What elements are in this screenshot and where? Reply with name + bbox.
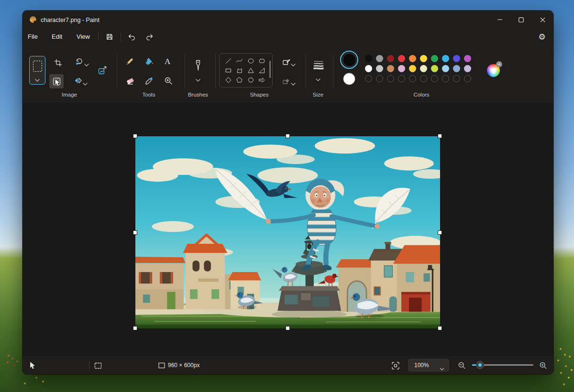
canvas-size-icon bbox=[158, 362, 166, 369]
selection-handle-middle-right[interactable] bbox=[438, 231, 442, 234]
shape-right-arrow[interactable] bbox=[257, 76, 266, 85]
select-tool-button[interactable] bbox=[29, 56, 45, 85]
chevron-down-icon[interactable] bbox=[316, 75, 320, 78]
add-color-plus-icon[interactable]: + bbox=[496, 61, 502, 67]
shape-rounded-rectangle[interactable] bbox=[257, 56, 266, 65]
palette-swatch[interactable] bbox=[398, 55, 405, 62]
shapes-scrollbar[interactable] bbox=[269, 61, 271, 78]
eraser-tool-button[interactable] bbox=[125, 76, 134, 85]
selection-handle-top-left[interactable] bbox=[133, 134, 137, 138]
palette-swatch[interactable] bbox=[376, 55, 383, 62]
selected-image[interactable] bbox=[135, 136, 440, 328]
primary-color-ring[interactable] bbox=[340, 51, 358, 69]
palette-swatch-empty[interactable] bbox=[398, 75, 405, 82]
fill-tool-button[interactable] bbox=[144, 57, 154, 66]
palette-swatch[interactable] bbox=[365, 65, 372, 72]
palette-swatch[interactable] bbox=[398, 65, 405, 72]
chevron-down-icon[interactable] bbox=[291, 60, 296, 63]
resize-image-button[interactable] bbox=[98, 65, 107, 75]
selection-handle-middle-left[interactable] bbox=[133, 231, 137, 234]
selection-handle-bottom-right[interactable] bbox=[438, 327, 442, 330]
shape-hexagon[interactable] bbox=[246, 76, 255, 85]
selection-handle-bottom-left[interactable] bbox=[133, 327, 137, 330]
palette-swatch[interactable] bbox=[365, 55, 372, 62]
mouse-cursor bbox=[55, 78, 61, 87]
artwork-image[interactable] bbox=[135, 136, 440, 328]
magnifier-tool-button[interactable] bbox=[164, 76, 173, 85]
shape-outline-button[interactable] bbox=[282, 57, 291, 66]
shape-triangle[interactable] bbox=[246, 66, 255, 75]
chevron-down-icon[interactable] bbox=[83, 79, 88, 82]
shape-fill-button[interactable] bbox=[282, 76, 291, 85]
palette-swatch-empty[interactable] bbox=[387, 75, 394, 82]
palette-swatch-empty[interactable] bbox=[453, 75, 460, 82]
selection-handle-top-center[interactable] bbox=[286, 134, 289, 138]
chevron-down-icon[interactable] bbox=[440, 364, 444, 367]
palette-swatch-empty[interactable] bbox=[365, 75, 372, 82]
zoom-level-dropdown[interactable]: 100% bbox=[408, 359, 449, 371]
minimize-button[interactable] bbox=[489, 11, 510, 29]
palette-swatch[interactable] bbox=[431, 65, 438, 72]
palette-swatch[interactable] bbox=[387, 55, 394, 62]
zoom-slider-thumb[interactable] bbox=[476, 361, 484, 369]
shape-curve[interactable] bbox=[235, 56, 244, 65]
fit-to-screen-button[interactable] bbox=[391, 361, 400, 370]
chevron-down-icon[interactable] bbox=[84, 60, 89, 63]
palette-swatch[interactable] bbox=[387, 65, 394, 72]
palette-swatch[interactable] bbox=[453, 55, 460, 62]
palette-swatch[interactable] bbox=[409, 55, 416, 62]
palette-swatch[interactable] bbox=[464, 65, 471, 72]
crop-button[interactable] bbox=[54, 58, 62, 67]
shape-diamond[interactable] bbox=[224, 76, 233, 85]
palette-swatch[interactable] bbox=[464, 55, 471, 62]
shape-right-triangle[interactable] bbox=[257, 66, 266, 75]
menu-view[interactable]: View bbox=[77, 33, 90, 40]
palette-swatch-empty[interactable] bbox=[442, 75, 449, 82]
chevron-down-icon[interactable] bbox=[35, 75, 40, 78]
palette-swatch[interactable] bbox=[453, 65, 460, 72]
section-label-shapes: Shapes bbox=[250, 92, 268, 98]
menu-file[interactable]: File bbox=[28, 33, 38, 40]
brushes-button[interactable] bbox=[193, 59, 203, 72]
redo-button[interactable] bbox=[144, 31, 156, 43]
palette-swatch[interactable] bbox=[431, 55, 438, 62]
shape-polygon[interactable] bbox=[235, 66, 244, 75]
chevron-down-icon[interactable] bbox=[196, 75, 200, 78]
undo-button[interactable] bbox=[125, 31, 138, 43]
close-button[interactable] bbox=[532, 11, 553, 29]
palette-swatch[interactable] bbox=[442, 65, 449, 72]
palette-swatch-empty[interactable] bbox=[376, 75, 383, 82]
canvas-area[interactable] bbox=[22, 103, 553, 356]
menu-edit[interactable]: Edit bbox=[52, 33, 62, 40]
palette-swatch[interactable] bbox=[409, 65, 416, 72]
shape-rectangle[interactable] bbox=[224, 66, 233, 75]
flip-button[interactable] bbox=[73, 76, 83, 85]
secondary-color-swatch[interactable] bbox=[343, 73, 355, 85]
paint-app-icon bbox=[29, 16, 37, 23]
rotate-button[interactable] bbox=[74, 56, 84, 66]
text-tool-button[interactable]: A bbox=[165, 57, 170, 65]
color-picker-tool-button[interactable] bbox=[144, 76, 154, 85]
palette-swatch[interactable] bbox=[442, 55, 449, 62]
size-button[interactable] bbox=[313, 59, 324, 70]
save-button[interactable] bbox=[103, 31, 116, 43]
pencil-tool-button[interactable] bbox=[125, 57, 134, 66]
shape-oval[interactable] bbox=[246, 56, 255, 65]
palette-swatch-empty[interactable] bbox=[420, 75, 427, 82]
zoom-in-button[interactable] bbox=[539, 361, 547, 370]
palette-swatch-empty[interactable] bbox=[464, 75, 471, 82]
shape-pentagon[interactable] bbox=[235, 76, 244, 85]
palette-swatch[interactable] bbox=[376, 65, 383, 72]
palette-swatch[interactable] bbox=[420, 55, 427, 62]
selection-handle-top-right[interactable] bbox=[438, 134, 442, 138]
chevron-down-icon[interactable] bbox=[291, 79, 296, 82]
maximize-button[interactable] bbox=[510, 11, 532, 29]
settings-gear-icon[interactable]: ⚙ bbox=[535, 31, 549, 43]
primary-color-swatch[interactable] bbox=[342, 53, 356, 67]
palette-swatch-empty[interactable] bbox=[409, 75, 416, 82]
shape-line[interactable] bbox=[224, 56, 233, 65]
palette-swatch-empty[interactable] bbox=[431, 75, 438, 82]
palette-swatch[interactable] bbox=[420, 65, 427, 72]
zoom-out-button[interactable] bbox=[458, 361, 466, 370]
selection-handle-bottom-center[interactable] bbox=[286, 327, 289, 330]
